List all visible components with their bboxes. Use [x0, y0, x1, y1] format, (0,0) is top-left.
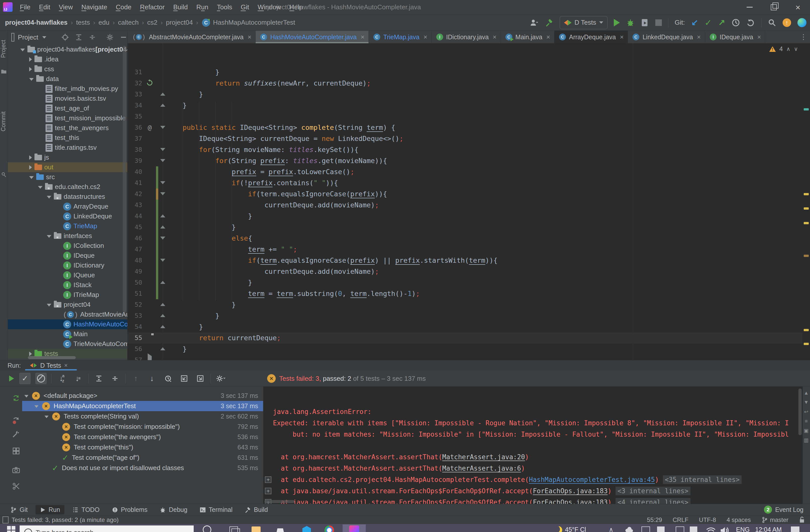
clock-text[interactable]: 12:04 AM: [755, 526, 782, 532]
run-tab-dtests[interactable]: D Tests ×: [25, 360, 72, 370]
breadcrumb-item[interactable]: edu: [97, 19, 110, 27]
caret-position[interactable]: 55:29: [647, 516, 662, 523]
code-line-54[interactable]: 54 }: [128, 321, 803, 333]
line-number[interactable]: 49: [128, 266, 142, 277]
network-icon[interactable]: [706, 526, 716, 532]
tray-icon-3[interactable]: [676, 527, 684, 532]
chevron-down-icon[interactable]: [47, 304, 51, 307]
project-tree-item-linkeddeque[interactable]: CLinkedDeque: [8, 211, 127, 221]
collapse-all-icon[interactable]: [109, 373, 121, 384]
breadcrumb-item[interactable]: project04: [165, 19, 194, 27]
code-line-40[interactable]: 40 prefix = prefix.toLowerCase();: [128, 166, 803, 177]
editor-tab-idictionary-java[interactable]: IIDictionary.java×: [432, 31, 501, 43]
fold-marker-icon[interactable]: [160, 347, 166, 350]
test-tree-item[interactable]: ×Test complete("the avengers")536 ms: [22, 432, 263, 442]
editor-tab-main-java[interactable]: CMain.java×: [501, 31, 554, 43]
menu-code[interactable]: Code: [111, 0, 135, 14]
chevron-down-icon[interactable]: [42, 36, 46, 38]
project-tree-item-test-mission-impossible[interactable]: test_mission_impossible: [8, 113, 127, 123]
stripe-mark[interactable]: [804, 207, 809, 210]
editor-tab-abstractmovieautocompleter-java[interactable]: (C)AbstractMovieAutoCompleter.java×: [128, 31, 256, 43]
project-tree-item-title-ratings-tsv[interactable]: title.ratings.tsv: [8, 143, 127, 152]
fold-marker-icon[interactable]: [160, 281, 166, 284]
line-number[interactable]: 39: [128, 155, 142, 166]
project-tree-item-triemovieautocomple[interactable]: CTrieMovieAutoComple: [8, 339, 127, 349]
import-test-results-icon[interactable]: [178, 373, 190, 384]
notification-center-icon[interactable]: [791, 527, 799, 532]
tray-icon-1[interactable]: [642, 527, 650, 532]
show-ignored-toggle[interactable]: [35, 373, 47, 384]
stripe-mark[interactable]: [804, 222, 809, 224]
line-number[interactable]: 48: [128, 255, 142, 266]
menu-run[interactable]: Run: [192, 0, 213, 14]
next-failed-icon[interactable]: ↓: [146, 373, 158, 384]
chevron-down-icon[interactable]: [25, 395, 29, 398]
line-number[interactable]: 33: [128, 89, 142, 100]
line-number[interactable]: 55: [128, 333, 142, 343]
internal-lines-chip[interactable]: <3 internal lines>: [616, 487, 691, 495]
internal-lines-chip[interactable]: <4 internal lines>: [616, 498, 691, 504]
test-tree-item[interactable]: ✓Test complete("age of")631 ms: [22, 452, 263, 463]
scroll-to-end-icon[interactable]: ≡: [803, 418, 810, 424]
line-number[interactable]: 41: [128, 177, 142, 189]
project-panel-title[interactable]: Project: [18, 33, 38, 41]
code-line-34[interactable]: 34 }: [128, 100, 803, 111]
grid-icon[interactable]: [12, 447, 20, 455]
task-view-icon[interactable]: [229, 527, 238, 532]
project-tree-item-data[interactable]: data: [8, 74, 127, 84]
volume-icon[interactable]: [719, 526, 729, 532]
sort-alphabetically-icon[interactable]: ↓az: [56, 373, 68, 384]
minimize-button[interactable]: [738, 0, 762, 14]
code-line-35[interactable]: 35: [128, 111, 803, 122]
line-number[interactable]: 32: [128, 78, 142, 89]
tool-window-button-todo[interactable]: TODO: [68, 505, 104, 514]
soft-wrap-icon[interactable]: ↩: [803, 409, 810, 415]
pin-icon[interactable]: [1, 172, 7, 178]
line-number[interactable]: 34: [128, 100, 142, 111]
menu-view[interactable]: View: [54, 0, 77, 14]
expand-frames-icon[interactable]: +: [265, 488, 272, 494]
code-line-39[interactable]: 39 for(String prefix: titles.get(movieNa…: [128, 155, 803, 166]
chevron-right-icon[interactable]: [29, 57, 32, 62]
intellij-taskbar-icon[interactable]: [349, 526, 359, 532]
stripe-mark[interactable]: [804, 193, 809, 195]
code-line-31[interactable]: 31 }: [128, 67, 803, 78]
editor-tab-ideque-java[interactable]: IIDeque.java×: [705, 31, 765, 43]
internal-lines-chip[interactable]: <35 internal lines>: [663, 475, 742, 484]
stack-trace-link[interactable]: ForEachOps.java:183: [533, 487, 608, 495]
project-tree-item--idea[interactable]: .idea: [8, 54, 127, 64]
collapse-all-icon[interactable]: [88, 33, 96, 41]
error-stripe[interactable]: [803, 43, 810, 360]
menu-edit[interactable]: Edit: [35, 0, 54, 14]
file-explorer-icon[interactable]: [252, 527, 261, 532]
export-test-results-icon[interactable]: [194, 373, 206, 384]
language-indicator[interactable]: ENG: [736, 526, 750, 532]
code-line-55[interactable]: 55 return currentDeque;: [128, 333, 803, 343]
onedrive-icon[interactable]: [625, 526, 634, 532]
stack-trace-link[interactable]: ForEachOps.java:183: [533, 499, 608, 504]
tray-expand-icon[interactable]: ∧: [609, 526, 613, 532]
test-console[interactable]: java.lang.AssertionError: Expected: iter…: [263, 387, 803, 504]
line-number[interactable]: 43: [128, 199, 142, 211]
next-warning-icon[interactable]: ∨: [794, 46, 798, 52]
console-scrollbar-vertical[interactable]: [798, 389, 802, 435]
close-tab-icon[interactable]: ×: [757, 33, 761, 41]
line-number[interactable]: 42: [128, 189, 142, 199]
line-number[interactable]: 36: [128, 122, 142, 133]
line-number[interactable]: 35: [128, 111, 142, 122]
status-window-icon[interactable]: [2, 516, 9, 523]
project-tree-item-project04[interactable]: project04: [8, 300, 127, 309]
line-number[interactable]: 40: [128, 166, 142, 177]
stack-trace-link[interactable]: HashMapAutocompleterTest.java:45: [529, 476, 655, 483]
project-tree-item-test-the-avengers[interactable]: test_the_avengers: [8, 123, 127, 133]
project-tree-item-icollection[interactable]: IICollection: [8, 241, 127, 251]
stripe-mark[interactable]: [804, 108, 809, 111]
screenshot-icon[interactable]: [12, 466, 20, 474]
sort-by-duration-icon[interactable]: ↓≡: [72, 373, 84, 384]
git-branch-widget[interactable]: master: [761, 516, 788, 523]
editor-tab-triemap-java[interactable]: CTrieMap.java×: [369, 31, 432, 43]
test-tree-item[interactable]: ×<default package>3 sec 137 ms: [22, 390, 263, 401]
test-tree-item[interactable]: ×Test complete("this")643 ms: [22, 442, 263, 452]
test-tree-item[interactable]: ×Test complete("mission: impossible")792…: [22, 421, 263, 432]
cortana-icon[interactable]: [203, 526, 211, 532]
